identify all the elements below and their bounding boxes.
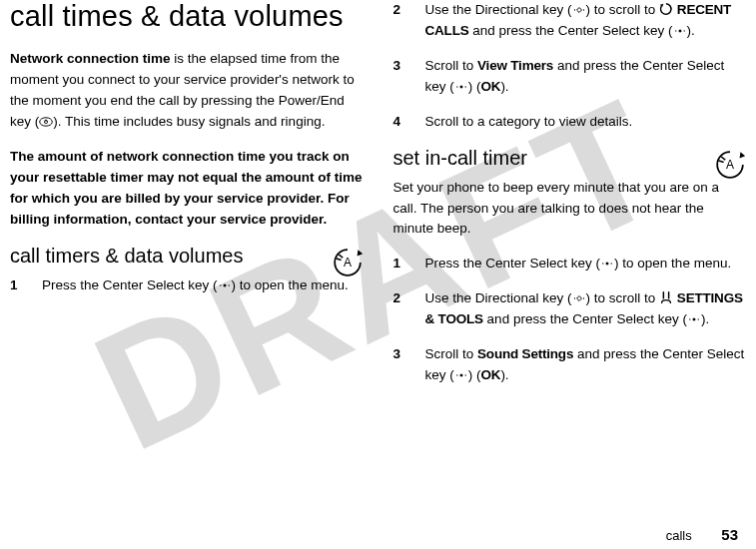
footer-section-label: calls (666, 528, 692, 543)
step-number: 1 (393, 254, 407, 274)
step-body: Scroll to Sound Settings and press the C… (425, 344, 747, 386)
center-select-key-icon (454, 82, 468, 92)
page-body: call times & data volumes Network connec… (0, 0, 756, 499)
svg-text:A: A (726, 158, 734, 172)
svg-point-12 (582, 9, 583, 10)
svg-rect-14 (678, 29, 682, 33)
text-fragment: Press the Center Select key ( (425, 256, 601, 271)
svg-line-6 (336, 259, 341, 261)
center-select-key-icon (600, 259, 614, 269)
svg-line-22 (721, 157, 725, 160)
svg-point-29 (582, 298, 583, 299)
svg-rect-30 (692, 317, 696, 321)
subheading-in-call-timer: set in-call timer (393, 147, 705, 170)
step-number: 1 (10, 275, 24, 296)
svg-point-26 (611, 264, 612, 265)
svg-point-19 (464, 86, 465, 87)
center-select-key-icon (218, 280, 232, 290)
text-fragment: Use the Directional key ( (425, 290, 572, 305)
svg-line-23 (719, 161, 724, 163)
softkey-label: OK (481, 79, 501, 94)
step-body: Press the Center Select key () to open t… (42, 275, 364, 296)
network-time-body-b: ). This time includes busy signals and r… (53, 114, 325, 129)
text-fragment: ) to scroll to (586, 2, 660, 17)
step-number: 2 (393, 0, 407, 42)
subheading-row: call timers & data volumes A (10, 245, 364, 268)
step-item: 2 Use the Directional key () to scroll t… (393, 288, 747, 330)
svg-marker-3 (357, 250, 363, 256)
svg-point-32 (698, 319, 699, 320)
svg-point-28 (573, 298, 574, 299)
menu-label: View Timers (477, 58, 553, 73)
text-fragment: ) to open the menu. (232, 277, 349, 292)
svg-rect-27 (576, 296, 581, 301)
svg-point-35 (464, 374, 465, 375)
svg-line-5 (339, 255, 343, 258)
svg-rect-33 (459, 373, 463, 377)
left-column: call times & data volumes Network connec… (10, 0, 364, 499)
text-fragment: ). (701, 311, 709, 326)
text-fragment: Press the Center Select key ( (42, 277, 218, 292)
step-number: 4 (393, 112, 407, 133)
menu-label: Sound Settings (477, 346, 573, 361)
step-item: 1 Press the Center Select key () to open… (10, 275, 364, 296)
svg-rect-10 (576, 8, 581, 13)
step-item: 2 Use the Directional key () to scroll t… (393, 0, 747, 42)
svg-marker-20 (740, 152, 746, 158)
steps-list-a: 1 Press the Center Select key () to open… (10, 275, 364, 296)
center-select-key-icon (454, 370, 468, 380)
svg-point-15 (675, 30, 676, 31)
steps-list-a-continued: 2 Use the Directional key () to scroll t… (393, 0, 747, 133)
page-number: 53 (721, 526, 738, 543)
svg-point-16 (683, 30, 684, 31)
svg-point-34 (456, 374, 457, 375)
step-item: 3 Scroll to Sound Settings and press the… (393, 344, 747, 386)
billing-disclaimer: The amount of network connection time yo… (10, 147, 364, 231)
text-fragment: and press the Center Select key ( (483, 311, 687, 326)
step-body: Use the Directional key () to scroll to … (425, 0, 747, 42)
svg-point-31 (689, 319, 690, 320)
center-select-key-icon (687, 314, 701, 324)
text-fragment: ). (687, 23, 695, 38)
step-body: Scroll to View Timers and press the Cent… (425, 56, 747, 98)
svg-rect-17 (459, 85, 463, 89)
step-item: 3 Scroll to View Timers and press the Ce… (393, 56, 747, 98)
step-item: 4 Scroll to a category to view details. (393, 112, 747, 133)
svg-text:A: A (343, 256, 351, 270)
softkey-label: OK (481, 367, 501, 382)
svg-rect-24 (605, 263, 609, 267)
svg-point-11 (573, 9, 574, 10)
page-footer: calls 53 (666, 526, 738, 543)
svg-point-8 (220, 284, 221, 285)
svg-point-9 (228, 284, 229, 285)
step-number: 3 (393, 56, 407, 98)
text-fragment: ). (500, 79, 508, 94)
directional-key-icon (572, 5, 586, 15)
text-fragment: Scroll to (425, 346, 478, 361)
step-number: 2 (393, 288, 407, 330)
feature-availability-icon: A (714, 149, 746, 181)
step-item: 1 Press the Center Select key () to open… (393, 254, 747, 274)
svg-rect-7 (223, 283, 227, 287)
svg-point-18 (456, 86, 457, 87)
center-select-key-icon (673, 26, 687, 36)
network-time-paragraph: Network connection time is the elapsed t… (10, 49, 364, 133)
steps-list-b: 1 Press the Center Select key () to open… (393, 254, 747, 386)
section-heading: call times & data volumes (10, 0, 364, 33)
right-column: 2 Use the Directional key () to scroll t… (393, 0, 747, 499)
text-fragment: Scroll to (425, 58, 478, 73)
text-fragment: ) to scroll to (586, 290, 660, 305)
text-fragment: ) to open the menu. (614, 256, 731, 271)
step-body: Press the Center Select key () to open t… (425, 254, 747, 274)
text-fragment: ). (500, 367, 508, 382)
text-fragment: Use the Directional key ( (425, 2, 572, 17)
network-time-lead: Network connection time (10, 51, 171, 66)
recent-calls-icon (659, 2, 673, 16)
settings-tools-icon (659, 290, 673, 304)
step-body: Scroll to a category to view details. (425, 112, 747, 133)
subheading-row: set in-call timer A (393, 147, 747, 170)
subheading-call-timers: call timers & data volumes (10, 245, 322, 268)
text-fragment: and press the Center Select key ( (469, 23, 673, 38)
step-body: Use the Directional key () to scroll to … (425, 288, 747, 330)
power-end-key-icon (39, 117, 53, 127)
